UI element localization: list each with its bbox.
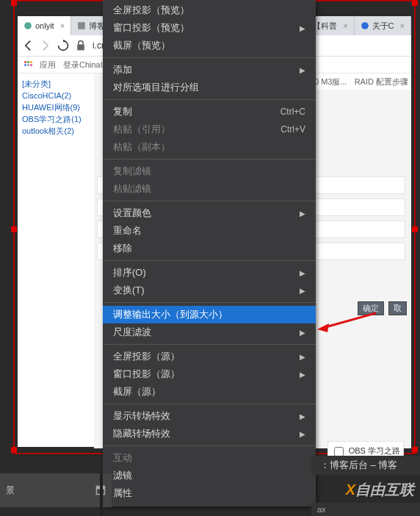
menu-item-label: 隐藏转场特效 xyxy=(113,427,170,440)
menu-item-label: 粘贴（引用） xyxy=(113,123,170,136)
checkbox-label: OBS 学习之路 xyxy=(349,446,400,455)
context-menu-item[interactable]: 排序(O)▶ xyxy=(103,264,316,282)
menu-item-label: 粘贴滤镜 xyxy=(113,182,151,196)
browser-tab-3[interactable]: 关于C × xyxy=(355,16,411,35)
menu-item-label: 调整输出大小（到源大小） xyxy=(113,308,228,321)
menu-item-label: 粘贴（副本） xyxy=(113,140,170,154)
window-title-text: ：博客后台 – 博客 xyxy=(320,459,397,472)
menu-item-label: 窗口投影（预览） xyxy=(113,21,189,35)
top-link[interactable]: RAID 配置步骤 xyxy=(355,76,408,87)
close-icon[interactable]: × xyxy=(400,21,405,30)
submenu-arrow-icon: ▶ xyxy=(300,370,305,379)
watermark: X自由互联 xyxy=(346,480,414,500)
sidebar-link[interactable]: OBS学习之路(1) xyxy=(22,113,90,125)
context-menu-item[interactable]: 全屏投影（预览） xyxy=(103,1,316,19)
bookmark-apps[interactable]: 应用 xyxy=(40,60,56,71)
svg-rect-8 xyxy=(24,64,26,66)
submenu-arrow-icon: ▶ xyxy=(300,353,305,361)
svg-rect-9 xyxy=(27,64,29,66)
tab-label: onlyit xyxy=(35,21,54,30)
bookmark-item[interactable]: 登录ChinaU xyxy=(63,60,106,71)
context-menu-item[interactable]: 设置颜色▶ xyxy=(103,204,316,222)
context-menu-item[interactable]: 全屏投影（源）▶ xyxy=(103,348,316,365)
menu-item-label: 截屏（源） xyxy=(113,385,161,398)
context-menu-item: 复制滤镜 xyxy=(103,162,316,180)
svg-point-3 xyxy=(361,22,369,29)
paw-icon xyxy=(361,21,369,30)
submenu-arrow-icon: ▶ xyxy=(300,24,305,32)
window-title-fragment: ：博客后台 – 博客 xyxy=(311,456,420,475)
context-menu-item: 粘贴（引用）Ctrl+V xyxy=(103,121,316,138)
svg-rect-1 xyxy=(78,22,85,29)
context-menu-item[interactable]: 尺度滤波▶ xyxy=(103,323,316,341)
svg-rect-7 xyxy=(30,61,32,63)
context-menu-item[interactable]: 截屏（预览） xyxy=(103,37,316,54)
svg-rect-6 xyxy=(27,61,29,63)
menu-item-label: 重命名 xyxy=(113,224,142,237)
resize-handle-tl[interactable] xyxy=(11,0,17,6)
menu-item-shortcut: Ctrl+V xyxy=(280,124,305,135)
menu-item-label: 滤镜 xyxy=(113,469,132,482)
menu-item-label: 尺度滤波 xyxy=(113,326,151,339)
context-menu-item[interactable]: 对所选项目进行分组 xyxy=(103,79,316,96)
menu-item-label: 窗口投影（源） xyxy=(113,368,180,381)
context-menu-item[interactable]: 重命名 xyxy=(103,222,316,240)
close-icon[interactable]: × xyxy=(60,21,65,30)
obs-dock-panel: 景 xyxy=(0,473,112,507)
status-fragment: ax xyxy=(311,503,420,516)
submenu-arrow-icon: ▶ xyxy=(300,209,305,218)
context-menu-item[interactable]: 显示转场特效▶ xyxy=(103,407,316,425)
tab-label: 【科普 xyxy=(313,21,337,32)
context-menu-item[interactable]: 窗口投影（源）▶ xyxy=(103,365,316,383)
resize-handle-tr[interactable] xyxy=(412,0,418,6)
context-menu-item[interactable]: 属性 xyxy=(103,484,316,502)
status-text: ax xyxy=(317,505,326,514)
context-menu-item: 粘贴滤镜 xyxy=(103,180,316,198)
back-icon[interactable] xyxy=(22,40,34,51)
submenu-arrow-icon: ▶ xyxy=(300,412,305,420)
forward-icon[interactable] xyxy=(40,40,51,51)
reload-icon[interactable] xyxy=(57,40,69,51)
submenu-arrow-icon: ▶ xyxy=(300,287,305,295)
script-icon xyxy=(77,21,86,30)
context-menu-item[interactable]: 复制Ctrl+C xyxy=(103,103,316,121)
menu-item-label: 全屏投影（源） xyxy=(113,350,180,363)
context-menu-item[interactable]: 滤镜 xyxy=(103,467,316,484)
context-menu-item[interactable]: 移除 xyxy=(103,240,316,257)
menu-item-label: 设置颜色 xyxy=(113,207,151,220)
resize-handle-ml[interactable] xyxy=(11,226,17,232)
apps-grid-icon[interactable] xyxy=(23,60,32,69)
close-icon[interactable]: × xyxy=(343,21,347,30)
svg-rect-4 xyxy=(77,44,84,50)
page-sidebar: [未分类] CiscoHCIA(2) HUAWEI网络(9) OBS学习之路(1… xyxy=(18,74,94,448)
cancel-button[interactable]: 取 xyxy=(388,301,407,315)
svg-point-0 xyxy=(24,22,32,29)
context-menu-item: 互动 xyxy=(103,449,316,467)
dock-label: 景 xyxy=(6,484,15,497)
sidebar-link[interactable]: outlook相关(2) xyxy=(22,125,90,137)
sidebar-link[interactable]: CiscoHCIA(2) xyxy=(22,90,90,101)
submenu-arrow-icon: ▶ xyxy=(300,430,305,438)
browser-tab-0[interactable]: onlyit × xyxy=(18,16,71,35)
context-menu-item[interactable]: 窗口投影（预览）▶ xyxy=(103,19,316,37)
resize-handle-bl[interactable] xyxy=(11,447,17,453)
context-menu-item[interactable]: 调整输出大小（到源大小） xyxy=(103,306,316,323)
context-menu-item[interactable]: 添加▶ xyxy=(103,61,316,79)
sidebar-link[interactable]: [未分类] xyxy=(22,78,90,90)
submenu-arrow-icon: ▶ xyxy=(300,329,305,337)
sidebar-link[interactable]: HUAWEI网络(9) xyxy=(22,101,90,113)
menu-item-label: 复制滤镜 xyxy=(113,165,151,178)
context-menu-item[interactable]: 截屏（源） xyxy=(103,383,316,401)
context-menu-item: 粘贴（副本） xyxy=(103,138,316,156)
menu-item-label: 排序(O) xyxy=(113,266,146,279)
menu-item-label: 移除 xyxy=(113,242,132,255)
menu-item-label: 添加 xyxy=(113,63,132,76)
confirm-button[interactable]: 确定 xyxy=(358,301,384,315)
menu-item-label: 截屏（预览） xyxy=(113,39,170,52)
resize-handle-br[interactable] xyxy=(412,447,418,453)
tab-label: 关于C xyxy=(372,21,394,32)
context-menu-item[interactable]: 变换(T)▶ xyxy=(103,282,316,299)
context-menu-item[interactable]: 隐藏转场特效▶ xyxy=(103,425,316,442)
resize-handle-mr[interactable] xyxy=(412,226,418,232)
globe-icon xyxy=(23,21,32,30)
